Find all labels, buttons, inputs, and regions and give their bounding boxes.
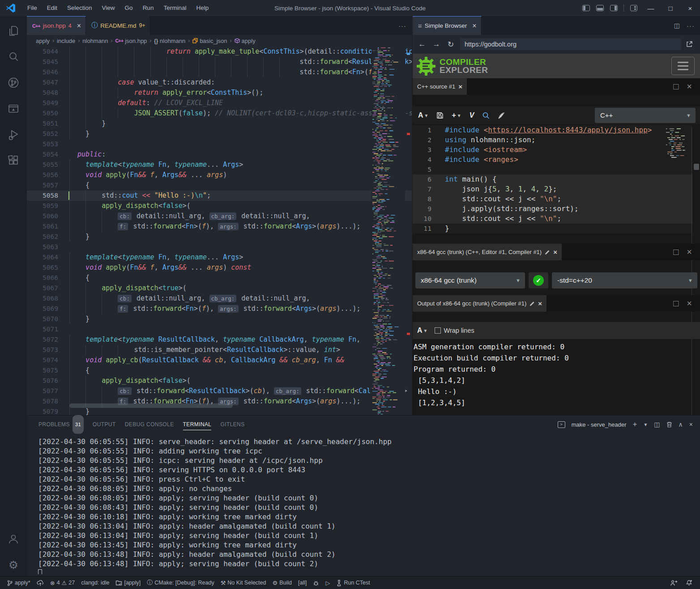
extensions-icon[interactable]: [3, 149, 24, 172]
toggle-panel-icon[interactable]: [596, 5, 604, 11]
save-icon[interactable]: [436, 112, 444, 119]
code-line-5065[interactable]: 5065 void apply(Fn&& f, Args&& ... args)…: [27, 263, 412, 273]
compiler-select[interactable]: x86-64 gcc (trunk) ▼: [415, 272, 525, 288]
cmake-status[interactable]: ⓘ CMake: [Debug]: Ready: [144, 576, 217, 589]
maximize-pane-icon[interactable]: □: [673, 81, 679, 92]
browser-code-line-1[interactable]: 1#include <https://localhost:8443/apply/…: [413, 125, 692, 135]
code-line-5076[interactable]: 5076 apply_dispatch<false>(: [27, 376, 412, 386]
menu-view[interactable]: View: [97, 0, 120, 16]
close-pane-icon[interactable]: ×: [538, 300, 542, 307]
clangd-status[interactable]: clangd: idle: [78, 576, 112, 589]
compile-status-button[interactable]: ✓: [529, 272, 548, 288]
url-input[interactable]: https://godbolt.org: [460, 38, 681, 50]
toggle-sidebar-icon[interactable]: [582, 5, 590, 11]
code-line-5077[interactable]: 5077 cb: std::forward<ResultCallback>(cb…: [27, 386, 412, 396]
breadcrumb-item-nlohmann[interactable]: {}nlohmann: [154, 38, 185, 44]
panel-tab-gitlens[interactable]: GITLENS: [216, 415, 249, 433]
panel-tab-problems[interactable]: PROBLEMS31: [34, 415, 88, 433]
compiler-pane-tab[interactable]: x86-64 gcc (trunk) (C++, Editor #1, Comp…: [413, 244, 562, 260]
close-pane-icon[interactable]: ×: [458, 83, 462, 90]
split-editor-icon[interactable]: ◫: [674, 22, 680, 29]
tab-simple-browser[interactable]: ≡ Simple Browser ×: [413, 16, 482, 35]
browser-source-editor[interactable]: 1#include <https://localhost:8443/apply/…: [413, 125, 692, 233]
tab-readme-md[interactable]: ⓘREADME.md9+: [86, 16, 150, 35]
browser-more-actions-icon[interactable]: ···: [687, 22, 695, 30]
maximize-pane-icon[interactable]: □: [673, 298, 679, 309]
edit-pencil-icon[interactable]: [529, 301, 535, 306]
breadcrumb-item-basic-json[interactable]: basic_json: [192, 38, 227, 44]
code-line-5066[interactable]: 5066 {: [27, 273, 412, 283]
maximize-button[interactable]: □: [661, 0, 680, 16]
code-line-5075[interactable]: 5075 {: [27, 365, 412, 376]
browser-code-line-7[interactable]: 7 json j{5, 3, 1, 4, 2};: [413, 184, 692, 194]
git-branch-status[interactable]: apply*: [4, 576, 34, 589]
notifications-bell[interactable]: [683, 576, 696, 589]
close-pane-icon[interactable]: ×: [687, 298, 692, 309]
code-line-5069[interactable]: 5069 f: std::forward<Fn>(f), args: std::…: [27, 304, 412, 314]
reload-icon[interactable]: ↻: [446, 40, 456, 49]
search-icon[interactable]: [3, 46, 24, 68]
code-line-5052[interactable]: 5052 }: [27, 129, 412, 139]
code-line-5074[interactable]: 5074 void apply_cb(ResultCallback && cb,…: [27, 355, 412, 365]
menu-file[interactable]: File: [22, 0, 42, 16]
compiler-explorer-logo[interactable]: COMPILER EXPLORER: [413, 56, 488, 76]
code-line-5064[interactable]: 5064 template<typename Fn, typename... A…: [27, 252, 412, 263]
code-line-5045[interactable]: 5045 std::forward<ResultCallback>(cb),: [27, 57, 412, 67]
close-pane-icon[interactable]: ×: [687, 247, 692, 257]
menu-help[interactable]: Help: [191, 0, 213, 16]
close-pane-icon[interactable]: ×: [553, 248, 557, 256]
code-line-5063[interactable]: 5063: [27, 242, 412, 252]
output-pane-tab[interactable]: Output of x86-64 gcc (trunk) (Compiler #…: [413, 295, 546, 312]
breadcrumb-item-apply[interactable]: apply: [36, 38, 50, 44]
minimize-button[interactable]: —: [641, 0, 661, 16]
code-line-5072[interactable]: 5072 template<typename ResultCallback, t…: [27, 335, 412, 345]
code-line-5050[interactable]: 5050 JSON_ASSERT(false); // NOLINT(cert-…: [27, 108, 412, 119]
browser-code-line-4[interactable]: 4#include <ranges>: [413, 155, 692, 165]
close-pane-icon[interactable]: ×: [687, 81, 692, 92]
browser-code-line-10[interactable]: 10 std::cout << j << "\n";: [413, 214, 692, 224]
terminal-output[interactable]: [2022-04-30 06:05:55] INFO: serve_header…: [38, 437, 696, 574]
close-tab-icon[interactable]: ×: [77, 22, 81, 30]
code-line-5057[interactable]: 5057 {: [27, 180, 412, 191]
terminal-name[interactable]: make - serve_header: [572, 421, 627, 428]
publish-button[interactable]: [34, 576, 47, 589]
browser-code-line-3[interactable]: 3#include <iostream>: [413, 145, 692, 155]
editor-more-actions-icon[interactable]: ···: [398, 16, 412, 35]
browser-code-line-2[interactable]: 2using nlohmann::json;: [413, 135, 692, 145]
cmake-launch-button[interactable]: ▷: [322, 576, 333, 589]
cmake-project-button[interactable]: [apply]: [112, 576, 144, 589]
explorer-icon[interactable]: [3, 20, 24, 42]
code-line-5055[interactable]: 5055 template<typename Fn, typename... A…: [27, 160, 412, 170]
settings-gear-icon[interactable]: ⚙: [3, 554, 24, 576]
horizontal-scrollbar[interactable]: [69, 403, 233, 408]
maximize-pane-icon[interactable]: □: [673, 247, 679, 257]
minimap[interactable]: [371, 47, 405, 415]
code-line-5060[interactable]: 5060 cb: detail::null_arg, cb_arg: detai…: [27, 211, 412, 221]
font-size-icon[interactable]: A▼: [417, 326, 427, 335]
menu-run[interactable]: Run: [138, 0, 159, 16]
code-line-5067[interactable]: 5067 apply_dispatch<true>(: [27, 283, 412, 293]
code-line-5062[interactable]: 5062 }: [27, 232, 412, 242]
panel-tab-debug-console[interactable]: DEBUG CONSOLE: [120, 415, 179, 433]
browser-scrollbar[interactable]: [694, 164, 699, 170]
hamburger-menu-icon[interactable]: [671, 57, 695, 75]
close-tab-icon[interactable]: ×: [472, 22, 476, 30]
quick-search-icon[interactable]: [482, 112, 490, 119]
browser-code-line-6[interactable]: 6int main() {: [413, 174, 692, 184]
ctest-button[interactable]: Run CTest: [333, 576, 373, 589]
close-button[interactable]: ×: [680, 0, 700, 16]
open-external-icon[interactable]: [686, 41, 696, 48]
browser-code-line-5[interactable]: 5: [413, 165, 692, 174]
problems-status[interactable]: ⊗4 ⚠27: [47, 576, 78, 589]
add-pane-icon[interactable]: +▼: [452, 111, 461, 119]
wrap-lines-checkbox[interactable]: Wrap lines: [435, 327, 474, 334]
cmake-debug-button[interactable]: [310, 576, 322, 589]
account-icon[interactable]: [3, 528, 24, 550]
code-editor[interactable]: 5044 return apply_make_tuple<ConstThis>(…: [27, 47, 412, 415]
panel-tab-terminal[interactable]: TERMINAL: [179, 415, 216, 433]
kill-terminal-icon[interactable]: [666, 421, 672, 428]
terminal-dropdown-icon[interactable]: ▼: [643, 422, 648, 427]
quill-icon[interactable]: [498, 112, 505, 119]
remote-explorer-icon[interactable]: [3, 97, 24, 120]
back-icon[interactable]: ←: [417, 40, 427, 49]
